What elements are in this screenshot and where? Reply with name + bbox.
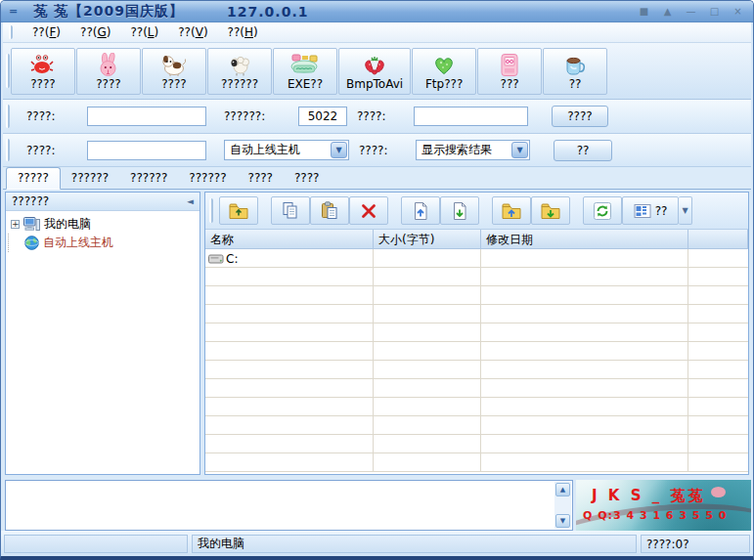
- tab-4[interactable]: ??????: [178, 168, 237, 189]
- tab-5[interactable]: ????: [238, 168, 284, 189]
- scroll-up-icon[interactable]: ▲: [555, 483, 570, 496]
- upload-file-button[interactable]: [401, 196, 440, 225]
- port-label: ??????:: [224, 109, 288, 123]
- toolbar-button-ftp[interactable]: Ftp???: [412, 48, 476, 95]
- band1-grip[interactable]: [6, 105, 10, 128]
- delete-x-icon: [360, 202, 377, 220]
- toolbar-grip[interactable]: [6, 54, 10, 89]
- column-header-date[interactable]: 修改日期: [481, 230, 688, 249]
- mug-icon: [561, 51, 589, 78]
- tab-2[interactable]: ??????: [61, 168, 119, 189]
- file-toolbar: ?? ▼: [205, 193, 748, 230]
- menubar-grip[interactable]: [9, 25, 13, 39]
- heart-icon: [431, 51, 457, 78]
- toolbar-button-download[interactable]: ???: [477, 48, 542, 95]
- row2-action-button[interactable]: ??: [554, 140, 612, 161]
- table-row: [205, 342, 748, 361]
- toolbar-button-rabbit[interactable]: ????: [76, 48, 141, 95]
- toolbar-button-exe[interactable]: EXE??: [273, 48, 337, 95]
- file-extra: [688, 249, 748, 268]
- minimize-button[interactable]: —: [684, 5, 698, 19]
- status-bar: 我的电脑 ????:0?: [1, 531, 753, 556]
- file-row-c-drive[interactable]: C:: [205, 249, 748, 268]
- toolbar-button-label: ????: [96, 78, 120, 91]
- search-result-select[interactable]: 显示搜索结果 ▼: [416, 140, 530, 160]
- delete-button[interactable]: [349, 196, 388, 225]
- upload-folder-button[interactable]: [492, 196, 531, 225]
- promo-signature: J K S _ 菟菟: [592, 487, 705, 505]
- log-output-box: ▲ ▼: [5, 480, 573, 531]
- toolbar-button-mug[interactable]: ??: [543, 48, 607, 95]
- menu-item-h[interactable]: ??(H): [228, 25, 258, 39]
- log-scrollbar: ▲ ▼: [554, 482, 571, 529]
- row1-input-1[interactable]: [87, 107, 206, 126]
- view-mode-button[interactable]: ??: [622, 196, 679, 225]
- tree-body: + 我的电脑 自动上线主机: [6, 211, 200, 474]
- scroll-down-icon[interactable]: ▼: [555, 514, 570, 528]
- row1-action-button[interactable]: ????: [552, 106, 608, 127]
- crab-icon: [30, 51, 56, 78]
- menu-item-v[interactable]: ??(V): [178, 25, 207, 39]
- tree-item-my-computer[interactable]: + 我的电脑: [8, 215, 198, 234]
- toolbar-button-sheep[interactable]: ??????: [207, 48, 272, 95]
- sheep-icon: [227, 51, 252, 78]
- title-bar: = 菟 菟【2009国庆版】 127.0.0.1 ■ ▲ — □ ×: [1, 1, 753, 22]
- shade-button[interactable]: ■: [637, 5, 651, 19]
- bottom-band: ▲ ▼ J K S _ 菟菟 Q Q:3 4 3 1 6 3 5 5 0: [1, 477, 753, 531]
- disk-drive-icon: [208, 253, 224, 265]
- main-toolbar: ???? ???? ???? ?????? EXE??: [3, 43, 751, 100]
- column-header-size[interactable]: 大小(字节): [374, 230, 481, 249]
- close-button[interactable]: ×: [731, 5, 745, 19]
- toolbar-button-label: BmpToAvi: [346, 78, 403, 91]
- rollup-button[interactable]: ▲: [660, 5, 675, 19]
- toolbar-button-label: ???: [501, 78, 519, 91]
- refresh-button[interactable]: [583, 196, 622, 225]
- toolbar-button-label: ????: [161, 78, 186, 91]
- view-mode-dropdown-button[interactable]: ▼: [679, 196, 692, 225]
- computer-icon: [23, 217, 40, 232]
- paste-button[interactable]: [310, 196, 349, 225]
- column-header-name[interactable]: 名称: [205, 230, 374, 249]
- menu-item-g[interactable]: ??(G): [80, 25, 111, 39]
- row1-input-3[interactable]: [414, 107, 528, 126]
- field-label: ????:: [26, 144, 87, 157]
- chevron-down-icon[interactable]: ▼: [331, 142, 347, 158]
- toolbar-button-label: ??: [569, 78, 582, 91]
- tree-connector-line: [8, 234, 21, 252]
- maximize-button[interactable]: □: [707, 5, 722, 19]
- up-folder-button[interactable]: [219, 196, 258, 225]
- window-menu-icon[interactable]: =: [9, 5, 18, 18]
- band2-grip[interactable]: [6, 139, 10, 161]
- tree-item-online-hosts[interactable]: 自动上线主机: [8, 234, 198, 252]
- online-host-select[interactable]: 自动上线主机 ▼: [224, 140, 349, 160]
- menu-item-f[interactable]: ??(F): [32, 25, 61, 39]
- main-area: ?????? ◄ + 我的电脑 自动上线主机: [1, 190, 753, 477]
- chevron-down-icon[interactable]: ▼: [511, 142, 528, 158]
- expand-icon[interactable]: +: [11, 220, 20, 229]
- port-input[interactable]: [298, 107, 347, 126]
- collapse-panel-icon[interactable]: ◄: [187, 196, 194, 206]
- menu-item-l[interactable]: ??(L): [130, 25, 158, 39]
- toolbar-button-dog[interactable]: ????: [142, 48, 206, 95]
- toolbar-button-bmptoavi[interactable]: BmpToAvi: [338, 48, 411, 95]
- row2-input-1[interactable]: [87, 141, 206, 160]
- tab-6[interactable]: ????: [284, 168, 330, 189]
- strawberry-icon: [362, 51, 387, 78]
- download-file-button[interactable]: [440, 196, 479, 225]
- tab-3[interactable]: ??????: [119, 168, 178, 189]
- bathtub-icon: [289, 51, 321, 78]
- tab-strip: ????? ?????? ?????? ?????? ???? ????: [3, 167, 751, 190]
- column-header-extra[interactable]: [688, 230, 748, 249]
- copy-button[interactable]: [271, 196, 310, 225]
- copy-icon: [281, 201, 300, 220]
- refresh-icon: [593, 201, 612, 221]
- download-folder-button[interactable]: [531, 196, 570, 225]
- table-row: [205, 453, 748, 472]
- tree-item-label: 我的电脑: [44, 216, 91, 233]
- field-label: ????:: [26, 109, 87, 123]
- tree-panel-title: ??????: [12, 194, 49, 208]
- file-toolbar-grip[interactable]: [209, 198, 213, 224]
- menu-bar: ??(F) ??(G) ??(L) ??(V) ??(H): [3, 22, 751, 43]
- tab-1[interactable]: ?????: [6, 167, 61, 190]
- toolbar-button-crab[interactable]: ????: [11, 48, 75, 95]
